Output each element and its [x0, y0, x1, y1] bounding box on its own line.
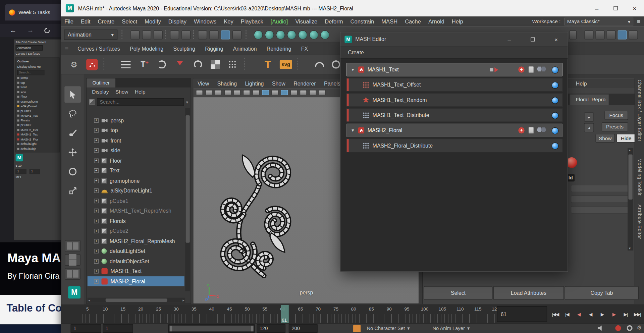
- node-list-icon[interactable]: [529, 127, 534, 133]
- menu-mash[interactable]: MASH: [378, 18, 401, 24]
- expand-icon[interactable]: +: [94, 138, 98, 143]
- node-enable-toggle[interactable]: [552, 82, 558, 88]
- menu-edit[interactable]: Edit: [77, 18, 94, 24]
- select-by-hierarchy-icon[interactable]: [198, 31, 207, 40]
- focus-button[interactable]: Focus: [604, 111, 628, 120]
- play-backwards-button[interactable]: ◀: [585, 306, 596, 322]
- outliner-vertical-scrollbar[interactable]: [185, 108, 190, 291]
- expand-icon[interactable]: +: [94, 248, 98, 253]
- auto-key-icon[interactable]: [627, 325, 633, 331]
- shelf-tab-rigging[interactable]: Rigging: [200, 45, 228, 51]
- save-scene-icon[interactable]: [154, 31, 163, 40]
- select-by-component-icon[interactable]: [221, 31, 230, 40]
- expand-icon[interactable]: +: [94, 259, 98, 263]
- maya-titlebar[interactable]: M MASH.mb* - Autodesk Maya 2020 - Educat…: [61, 0, 644, 16]
- outliner-item-mash2-repromesh[interactable]: +MASH2_Floral_ReproMesh: [88, 236, 184, 246]
- checker-icon[interactable]: [208, 57, 223, 72]
- expand-icon[interactable]: +: [94, 178, 98, 183]
- go-to-start-button[interactable]: |◀◀: [549, 306, 561, 322]
- viewport-menu-shading[interactable]: Shading: [213, 80, 241, 86]
- image-plane-icon[interactable]: [234, 90, 241, 95]
- time-slider[interactable]: 5 10 15 20 25 30 35 40 45 50 55 60 65 70…: [61, 305, 644, 323]
- scroll-up-icon[interactable]: ▴: [629, 148, 631, 152]
- film-gate-icon[interactable]: [271, 90, 278, 95]
- mash-editor-titlebar[interactable]: M MASH Editor – ×: [340, 33, 568, 47]
- menu-deform[interactable]: Deform: [321, 18, 346, 24]
- arc-tool-icon[interactable]: [312, 57, 327, 72]
- search-input[interactable]: [97, 98, 184, 106]
- node-enable-toggle[interactable]: [552, 143, 558, 149]
- menu-constrain[interactable]: Constrain: [347, 18, 378, 24]
- expand-icon[interactable]: +: [94, 158, 98, 163]
- outliner-menu-show[interactable]: Show: [113, 89, 131, 95]
- shelf-tab-animation[interactable]: Animation: [228, 45, 262, 51]
- menu-help[interactable]: Help: [448, 18, 467, 24]
- forward-arrow-icon[interactable]: →: [27, 27, 34, 34]
- mash-network-row-mash1-text[interactable]: ▼ MASH1_Text +: [346, 63, 562, 76]
- range-slider[interactable]: [168, 324, 255, 332]
- menu-audio[interactable]: [Audio]: [267, 18, 292, 24]
- import-icon[interactable]: [172, 57, 187, 72]
- make-live-icon[interactable]: [309, 31, 318, 40]
- camera-attributes-icon[interactable]: [215, 90, 222, 95]
- current-frame-marker[interactable]: 61: [281, 305, 289, 324]
- expand-icon[interactable]: +: [94, 208, 98, 213]
- render-current-frame-icon[interactable]: [596, 31, 605, 40]
- mash-distribute-icon[interactable]: [118, 57, 133, 72]
- mute-icon[interactable]: [598, 325, 604, 331]
- bookmark-icon[interactable]: [224, 90, 231, 95]
- outliner-item-mash2-floral[interactable]: +MASH2_Floral: [88, 276, 184, 286]
- shelf-tab-fx[interactable]: FX: [296, 45, 313, 51]
- expand-icon[interactable]: +: [94, 128, 98, 132]
- add-node-icon[interactable]: +: [518, 127, 524, 133]
- snap-to-projected-center-icon[interactable]: [287, 31, 296, 40]
- menu-cache[interactable]: Cache: [401, 18, 425, 24]
- move-tool[interactable]: [64, 144, 81, 161]
- expand-icon[interactable]: +: [94, 269, 98, 273]
- menu-playback[interactable]: Playback: [237, 18, 267, 24]
- mash-shelf-icon[interactable]: [85, 57, 99, 72]
- shelf-tab-sculpting[interactable]: Sculpting: [168, 45, 200, 51]
- outliner-item-defaultobjectset[interactable]: +defaultObjectSet: [88, 256, 184, 266]
- svg-tool-icon[interactable]: svg: [278, 57, 293, 72]
- attribute-editor-scrollbar[interactable]: ▴ ▾: [628, 148, 633, 251]
- select-button[interactable]: Select: [424, 286, 492, 299]
- select-tool[interactable]: [64, 86, 81, 103]
- shelf-menu-icon[interactable]: ≡: [61, 45, 72, 52]
- animation-start-field[interactable]: [71, 324, 101, 332]
- reload-icon[interactable]: [43, 26, 51, 34]
- show-button[interactable]: Show: [596, 134, 615, 143]
- expand-icon[interactable]: +: [94, 199, 98, 203]
- layout-outliner-persp-button[interactable]: [65, 268, 80, 280]
- expand-icon[interactable]: +: [94, 118, 98, 122]
- outliner-item-aiskydomelight[interactable]: +aiSkyDomeLight1: [88, 185, 184, 195]
- collapse-caret-icon[interactable]: ▼: [351, 128, 355, 132]
- next-key-button[interactable]: ▶: [608, 306, 620, 322]
- collapse-caret-icon[interactable]: ▼: [351, 67, 355, 72]
- minimize-button[interactable]: –: [587, 0, 606, 16]
- outliner-item-mash1-repromesh[interactable]: +MASH1_Text_ReproMesh: [88, 206, 184, 215]
- viewport-menu-view[interactable]: View: [194, 80, 213, 86]
- grid-icon[interactable]: [262, 90, 269, 95]
- collapsed-section-bar[interactable]: [571, 196, 633, 203]
- mash-menu-create[interactable]: Create: [348, 49, 364, 55]
- outliner-horizontal-scrollbar[interactable]: ◂ ▸: [88, 298, 185, 303]
- shelf-tab-rendering[interactable]: Rendering: [262, 45, 296, 51]
- menu-select[interactable]: Select: [118, 18, 141, 24]
- shelf-options-gear-icon[interactable]: ⚙: [66, 57, 81, 72]
- expand-icon[interactable]: +: [94, 168, 98, 172]
- outliner-item-florals[interactable]: +Florals: [88, 216, 184, 226]
- outliner-menu-display[interactable]: Display: [89, 89, 112, 95]
- instancer-icons[interactable]: [537, 127, 548, 132]
- viewport-menu-renderer[interactable]: Renderer: [289, 80, 320, 86]
- scale-tool[interactable]: [64, 183, 81, 199]
- type-tool-icon[interactable]: T+: [137, 57, 152, 72]
- field-chart-icon[interactable]: [300, 90, 307, 95]
- grease-pencil-icon[interactable]: [253, 90, 260, 95]
- outliner-tab[interactable]: Outliner: [87, 78, 115, 88]
- snap-to-grid-icon[interactable]: [254, 31, 263, 40]
- open-scene-icon[interactable]: [142, 31, 151, 40]
- outliner-item-top[interactable]: +top: [88, 125, 184, 135]
- new-scene-icon[interactable]: [130, 31, 140, 40]
- anim-layer-dropdown[interactable]: No Anim Layer ▾: [432, 325, 470, 332]
